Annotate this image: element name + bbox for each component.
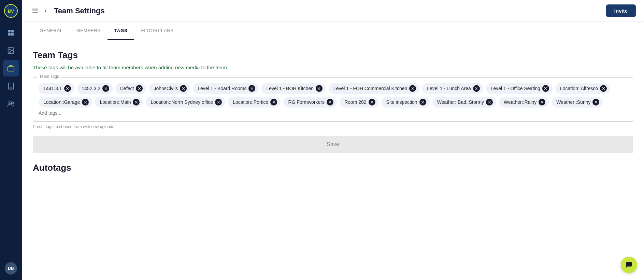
svg-rect-2: [8, 33, 11, 36]
svg-point-13: [9, 101, 11, 103]
tag-chip: Weather::Bad::Stormy✕: [432, 97, 496, 108]
section-title: Team Tags: [33, 50, 633, 60]
tag-remove-button[interactable]: ✕: [327, 99, 333, 106]
tag-remove-button[interactable]: ✕: [316, 85, 323, 92]
back-button[interactable]: [42, 7, 50, 15]
image-icon: [7, 47, 15, 54]
sidebar-item-team[interactable]: [3, 96, 19, 112]
tag-chip: Weather::Sunny✕: [552, 97, 603, 108]
svg-rect-1: [11, 30, 14, 32]
tab-floorplans[interactable]: FLOORPLANS: [134, 22, 180, 40]
building-icon: [7, 82, 15, 90]
autotags-title: Autotags: [33, 163, 633, 173]
tag-chip: Defect✕: [115, 83, 146, 94]
sidebar-item-building[interactable]: [3, 78, 19, 94]
header: Team Settings Invite: [22, 0, 644, 22]
sidebar-nav: [0, 25, 22, 112]
tag-remove-button[interactable]: ✕: [136, 85, 143, 92]
tag-chip: Room 202✕: [340, 97, 379, 108]
briefcase-icon: [7, 65, 15, 72]
sidebar-item-gallery[interactable]: [3, 42, 19, 59]
tag-chip: RG Formworkers✕: [283, 97, 337, 108]
sidebar: BV: [0, 0, 22, 280]
tag-chip: Level 1 - BOH Kitchen✕: [261, 83, 326, 94]
tag-remove-button[interactable]: ✕: [419, 99, 426, 106]
tags-fieldset: Team Tags 1441.3.1✕1452.3.2✕Defect✕Johns…: [33, 77, 633, 122]
add-tags-input[interactable]: [39, 110, 98, 116]
save-button[interactable]: Save: [33, 136, 633, 153]
sidebar-bottom: DB: [5, 262, 17, 280]
tag-remove-button[interactable]: ✕: [473, 85, 480, 92]
tag-remove-button[interactable]: ✕: [248, 85, 255, 92]
content-area: GENERAL MEMBERS TAGS FLOORPLANS Team Tag…: [22, 22, 644, 280]
tag-remove-button[interactable]: ✕: [369, 99, 375, 106]
tag-chip: Level 1 - Board Rooms✕: [193, 83, 259, 94]
avatar[interactable]: DB: [5, 262, 17, 275]
chat-icon: [625, 261, 633, 269]
tag-remove-button[interactable]: ✕: [592, 99, 599, 106]
tag-chip: 1441.3.1✕: [39, 83, 74, 94]
tag-remove-button[interactable]: ✕: [486, 99, 493, 106]
tag-remove-button[interactable]: ✕: [600, 85, 607, 92]
tag-chip: 1452.3.2✕: [77, 83, 113, 94]
tag-chip: Level 1 - Office Seating✕: [486, 83, 553, 94]
sidebar-item-dashboard[interactable]: [3, 25, 19, 41]
tag-remove-button[interactable]: ✕: [82, 99, 89, 106]
menu-button[interactable]: [30, 6, 40, 16]
tag-remove-button[interactable]: ✕: [539, 99, 545, 106]
tags-legend: Team Tags: [37, 74, 61, 79]
invite-button[interactable]: Invite: [606, 4, 636, 17]
tag-chip: JohnsCivils✕: [149, 83, 190, 94]
tag-remove-button[interactable]: ✕: [409, 85, 416, 92]
main-content: Team Settings Invite GENERAL MEMBERS TAG…: [22, 0, 644, 280]
svg-rect-6: [8, 67, 14, 71]
logo[interactable]: BV: [0, 0, 22, 22]
tab-members[interactable]: MEMBERS: [70, 22, 108, 40]
tag-chip: Level 1 - Lunch Area✕: [422, 83, 483, 94]
logo-circle: BV: [4, 4, 18, 18]
menu-icon: [31, 7, 39, 15]
tabs: GENERAL MEMBERS TAGS FLOORPLANS: [33, 22, 633, 40]
tab-general[interactable]: GENERAL: [33, 22, 70, 40]
svg-point-14: [12, 102, 14, 104]
svg-rect-0: [8, 30, 11, 32]
svg-point-5: [9, 49, 10, 50]
chevron-left-icon: [43, 8, 48, 14]
tag-remove-button[interactable]: ✕: [215, 99, 222, 106]
tags-area: 1441.3.1✕1452.3.2✕Defect✕JohnsCivils✕Lev…: [39, 83, 627, 116]
tag-chip: Location::North Sydney office✕: [146, 97, 225, 108]
tag-remove-button[interactable]: ✕: [133, 99, 140, 106]
tag-chip: Location::Main✕: [95, 97, 143, 108]
tag-remove-button[interactable]: ✕: [64, 85, 71, 92]
tag-chip: Location::Alfresco✕: [555, 83, 610, 94]
tab-tags[interactable]: TAGS: [108, 22, 134, 40]
tag-remove-button[interactable]: ✕: [542, 85, 549, 92]
grid-icon: [7, 29, 15, 37]
tag-chip: Location::Garage✕: [39, 97, 92, 108]
preset-hint: Preset tags to choose from with new uplo…: [33, 124, 633, 129]
tag-chip: Location::Portico✕: [228, 97, 281, 108]
tag-chip: Level 1 - FOH Commercial Kitchen✕: [329, 83, 419, 94]
tag-chip: Weather::Rainy✕: [499, 97, 549, 108]
tag-remove-button[interactable]: ✕: [102, 85, 109, 92]
page-title: Team Settings: [54, 6, 606, 15]
tag-remove-button[interactable]: ✕: [180, 85, 187, 92]
tag-chip: Site inspection✕: [382, 97, 430, 108]
tag-remove-button[interactable]: ✕: [270, 99, 277, 106]
svg-rect-3: [11, 33, 14, 36]
team-icon: [7, 100, 15, 108]
chat-widget[interactable]: [621, 257, 637, 273]
sidebar-item-briefcase[interactable]: [3, 60, 19, 76]
section-subtitle: These tags will be available to all team…: [33, 65, 633, 70]
